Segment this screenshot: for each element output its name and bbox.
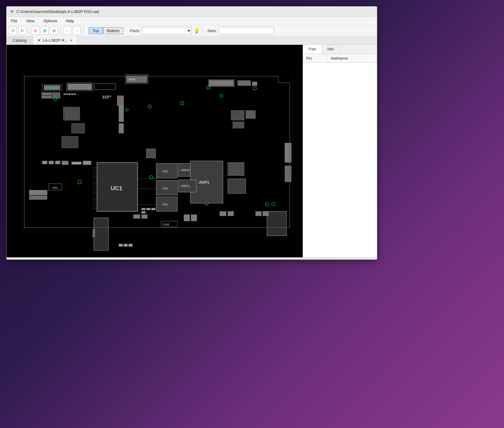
- right-panel-tabs: Part Net: [303, 45, 377, 54]
- svg-rect-72: [147, 149, 156, 158]
- nets-section: Nets:: [207, 27, 274, 34]
- menu-options[interactable]: Options: [41, 18, 59, 24]
- svg-rect-80: [42, 161, 47, 164]
- menu-help[interactable]: Help: [64, 18, 76, 24]
- svg-rect-81: [49, 161, 54, 164]
- back-button[interactable]: ←: [63, 27, 71, 35]
- toolbar: ↺ ↻ ⊖ ⊞ ⊕ ← → Top Bottom Parts: 💡 Nets:: [6, 25, 377, 36]
- table-header: Pin NetName: [303, 54, 377, 63]
- svg-rect-121: [285, 166, 291, 182]
- svg-rect-105: [220, 211, 226, 216]
- svg-rect-107: [255, 211, 261, 216]
- svg-rect-116: [109, 96, 111, 97]
- app-icon: ✕: [10, 9, 14, 14]
- parts-dropdown[interactable]: [142, 27, 192, 34]
- nets-label: Nets:: [207, 28, 217, 33]
- svg-rect-120: [285, 143, 291, 162]
- app-window: ✕ C:\Users\macmini\Desktop\LA-L382P R10.…: [6, 6, 377, 260]
- svg-text:UD1: UD1: [162, 203, 168, 206]
- svg-rect-9: [63, 93, 65, 95]
- svg-rect-6: [42, 92, 52, 95]
- svg-rect-122: [119, 244, 123, 246]
- window-title: C:\Users\macmini\Desktop\LA-L382P R10.ca…: [16, 9, 99, 14]
- svg-rect-13: [74, 93, 76, 95]
- parts-section: Parts: 💡: [130, 27, 200, 34]
- svg-rect-124: [129, 244, 133, 246]
- svg-rect-115: [107, 96, 109, 97]
- zoom-button[interactable]: ⊕: [50, 27, 58, 35]
- svg-rect-91: [228, 179, 246, 193]
- right-panel-table: Pin NetName: [303, 54, 377, 257]
- svg-rect-79: [29, 196, 47, 200]
- svg-rect-12: [71, 93, 73, 95]
- svg-rect-112: [62, 136, 78, 148]
- svg-rect-11: [69, 93, 70, 95]
- svg-rect-113: [103, 96, 104, 97]
- nets-input[interactable]: [219, 27, 274, 34]
- svg-text:UD2: UD2: [162, 186, 168, 190]
- svg-rect-94: [233, 122, 244, 128]
- parts-label: Parts:: [130, 28, 140, 33]
- refresh2-button[interactable]: ↻: [18, 27, 26, 35]
- file-tab-label: LA-L382P R...: [43, 38, 68, 43]
- tab-bar: Catalog ✕ LA-L382P R... ✕: [6, 36, 377, 45]
- svg-rect-83: [62, 161, 68, 165]
- svg-rect-19: [237, 80, 250, 86]
- catalog-tab[interactable]: Catalog: [6, 36, 33, 45]
- content-area: HDMI: [6, 45, 377, 257]
- svg-rect-119: [107, 97, 109, 98]
- svg-rect-103: [184, 215, 190, 221]
- part-tab[interactable]: Part: [303, 45, 322, 54]
- svg-rect-88: [119, 123, 124, 133]
- toolbar-separator-1: [29, 27, 29, 34]
- right-panel: Part Net Pin NetName: [303, 45, 377, 257]
- svg-rect-98: [142, 211, 146, 213]
- svg-text:HDMI: HDMI: [129, 78, 135, 81]
- toolbar-separator-4: [202, 27, 203, 34]
- svg-rect-108: [263, 211, 269, 216]
- zoomout-button[interactable]: ⊖: [32, 27, 40, 35]
- file-tab-close-button[interactable]: ✕: [70, 38, 73, 43]
- file-tab-icon: ✕: [37, 38, 41, 43]
- board-view[interactable]: HDMI: [6, 45, 303, 257]
- view-toggle: Top Bottom: [88, 27, 124, 34]
- svg-rect-123: [124, 244, 128, 246]
- svg-rect-10: [66, 93, 68, 95]
- pin-column-header: Pin: [303, 54, 328, 62]
- table-body: [303, 63, 377, 257]
- svg-text:PL02: PL02: [163, 223, 169, 226]
- pcb-canvas: HDMI: [6, 45, 303, 257]
- svg-rect-4: [68, 84, 92, 90]
- svg-text:UD3: UD3: [162, 169, 168, 173]
- svg-text:UC1: UC1: [111, 185, 122, 191]
- svg-rect-111: [72, 123, 85, 133]
- svg-text:UE1: UE1: [52, 186, 58, 189]
- menu-view[interactable]: View: [24, 18, 36, 24]
- svg-rect-101: [134, 215, 140, 219]
- svg-rect-78: [29, 190, 47, 195]
- bulb-icon[interactable]: 💡: [194, 28, 200, 34]
- svg-text:UMP11: UMP11: [181, 184, 190, 187]
- toolbar-separator-3: [83, 27, 83, 34]
- grid-button[interactable]: ⊞: [41, 27, 49, 35]
- top-view-button[interactable]: Top: [88, 27, 103, 34]
- refresh1-button[interactable]: ↺: [9, 27, 17, 35]
- svg-text:SSD1: SSD1: [92, 229, 96, 238]
- svg-rect-97: [151, 208, 155, 210]
- svg-rect-118: [105, 97, 106, 98]
- svg-rect-114: [105, 96, 106, 97]
- svg-rect-92: [231, 110, 244, 120]
- svg-rect-104: [191, 215, 197, 221]
- file-tab[interactable]: ✕ LA-L382P R... ✕: [33, 36, 77, 45]
- toolbar-separator-2: [61, 27, 61, 34]
- menu-file[interactable]: File: [9, 18, 19, 24]
- net-tab[interactable]: Net: [322, 45, 340, 54]
- svg-rect-110: [65, 109, 78, 119]
- status-bar: [6, 257, 377, 259]
- svg-text:JGP1: JGP1: [199, 180, 209, 185]
- svg-rect-20: [252, 82, 257, 86]
- svg-rect-18: [209, 80, 234, 86]
- bottom-view-button[interactable]: Bottom: [103, 27, 124, 34]
- netname-column-header: NetName: [328, 54, 377, 62]
- forward-button[interactable]: →: [73, 27, 81, 35]
